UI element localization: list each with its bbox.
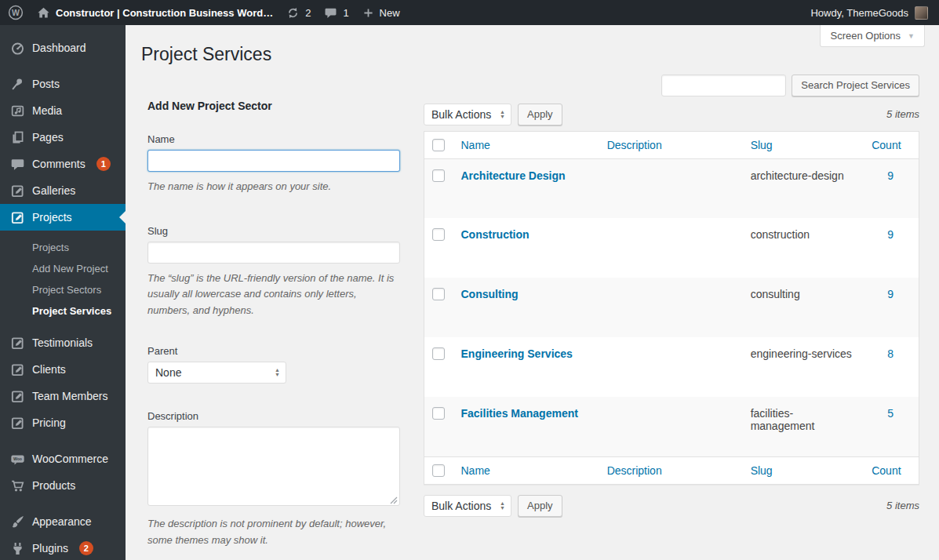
row-checkbox[interactable] — [432, 228, 445, 241]
sidebar-item-appearance[interactable]: Appearance — [0, 508, 126, 535]
row-checkbox[interactable] — [432, 169, 445, 182]
submenu-item-project-services[interactable]: Project Services — [0, 300, 126, 322]
column-header-name[interactable]: Name — [453, 131, 599, 158]
table-row: Construction construction 9 — [424, 218, 919, 278]
term-name-link[interactable]: Engineering Services — [461, 347, 573, 360]
column-header-slug[interactable]: Slug — [743, 131, 864, 158]
column-header-description[interactable]: Description — [599, 131, 743, 158]
term-name-link[interactable]: Consulting — [461, 288, 519, 300]
table-row: Facilities Management facilities-managem… — [424, 397, 919, 456]
new-content-button[interactable]: New — [362, 7, 400, 19]
comments-indicator[interactable]: 1 — [324, 6, 348, 20]
table-footer-row: Name Description Slug Count — [424, 456, 919, 484]
update-icon — [286, 6, 300, 20]
bulk-actions-select[interactable]: Bulk Actions ▲▼ — [424, 495, 511, 517]
account-menu[interactable]: Howdy, ThemeGoods — [810, 6, 928, 20]
screen-options-label: Screen Options — [830, 30, 901, 42]
plus-icon — [362, 7, 374, 19]
home-icon — [37, 6, 50, 20]
updates-indicator[interactable]: 2 — [286, 6, 311, 20]
sidebar-item-galleries[interactable]: Galleries — [0, 177, 126, 204]
row-checkbox[interactable] — [432, 407, 445, 420]
svg-text:W: W — [12, 8, 20, 17]
sidebar-item-products[interactable]: Products — [0, 472, 126, 499]
sidebar-item-dashboard[interactable]: Dashboard — [0, 35, 126, 61]
search-input[interactable] — [661, 75, 786, 96]
main-content: Screen Options ▼ Project Services Add Ne… — [126, 25, 939, 560]
term-count-link[interactable]: 8 — [887, 347, 911, 360]
edit-note-icon — [10, 184, 25, 198]
name-field[interactable] — [147, 150, 400, 172]
resize-handle[interactable] — [390, 496, 398, 504]
dashboard-icon — [10, 41, 25, 56]
wordpress-logo-icon: W — [8, 5, 24, 20]
term-slug: engineering-services — [743, 337, 864, 397]
admin-bar: W Constructor | Construction Business Wo… — [0, 0, 939, 25]
column-header-count[interactable]: Count — [864, 131, 919, 158]
sidebar-item-projects[interactable]: Projects — [0, 204, 126, 231]
term-count-link[interactable]: 9 — [887, 169, 911, 182]
paintbrush-icon — [10, 515, 25, 529]
add-term-form: Add New Project Sector Name The name is … — [141, 68, 400, 560]
submenu-item-add-new-project[interactable]: Add New Project — [0, 258, 126, 279]
admin-sidebar: Dashboard Posts Media Pages Comments 1 — [0, 25, 126, 560]
sidebar-item-woocommerce[interactable]: Woo WooCommerce — [0, 445, 126, 472]
submenu-item-projects[interactable]: Projects — [0, 237, 126, 258]
bulk-actions-select[interactable]: Bulk Actions ▲▼ — [424, 104, 511, 125]
sidebar-item-label: Galleries — [32, 184, 75, 197]
select-all-checkbox[interactable] — [432, 464, 445, 477]
sidebar-item-clients[interactable]: Clients — [0, 356, 126, 383]
sidebar-item-label: Pages — [32, 131, 64, 144]
row-checkbox[interactable] — [432, 347, 445, 360]
column-header-slug[interactable]: Slug — [743, 456, 864, 484]
term-name-link[interactable]: Construction — [461, 228, 530, 241]
select-all-checkbox[interactable] — [432, 139, 445, 151]
howdy-text: Howdy, ThemeGoods — [810, 7, 908, 19]
term-description — [599, 397, 743, 456]
term-name-link[interactable]: Architecture Design — [461, 169, 566, 182]
chevron-down-icon: ▼ — [908, 32, 915, 40]
apply-button[interactable]: Apply — [518, 104, 562, 125]
sidebar-item-comments[interactable]: Comments 1 — [0, 151, 126, 177]
new-label: New — [380, 7, 400, 19]
admin-menu: Dashboard Posts Media Pages Comments 1 — [0, 25, 126, 560]
page-title: Project Services — [141, 43, 919, 67]
term-name-link[interactable]: Facilities Management — [461, 407, 578, 420]
term-description — [599, 218, 743, 278]
slug-field[interactable] — [147, 242, 400, 264]
avatar — [915, 6, 928, 20]
project-services-table: Name Description Slug Count Architecture… — [424, 131, 919, 485]
column-header-name[interactable]: Name — [453, 456, 599, 484]
table-row: Architecture Design architecture-design … — [424, 158, 919, 218]
term-count-link[interactable]: 9 — [887, 228, 911, 241]
row-checkbox[interactable] — [432, 288, 445, 300]
term-count-link[interactable]: 9 — [887, 288, 911, 300]
cart-icon — [10, 478, 25, 493]
parent-select[interactable]: None ▲▼ — [147, 362, 286, 384]
sidebar-item-pages[interactable]: Pages — [0, 124, 126, 151]
submenu-item-project-sectors[interactable]: Project Sectors — [0, 279, 126, 300]
screen-options-button[interactable]: Screen Options ▼ — [820, 25, 925, 47]
term-count-link[interactable]: 5 — [887, 407, 911, 420]
edit-note-icon — [10, 336, 25, 351]
media-icon — [10, 104, 25, 118]
sidebar-item-label: WooCommerce — [32, 453, 108, 465]
apply-button[interactable]: Apply — [518, 495, 562, 517]
name-label: Name — [147, 133, 400, 145]
sidebar-item-testimonials[interactable]: Testimonials — [0, 329, 126, 356]
table-row: Consulting consulting 9 — [424, 278, 919, 337]
sidebar-item-posts[interactable]: Posts — [0, 71, 126, 97]
column-header-description[interactable]: Description — [599, 456, 743, 484]
wordpress-menu[interactable]: W — [8, 5, 24, 20]
sidebar-item-pricing[interactable]: Pricing — [0, 409, 126, 436]
sidebar-item-team-members[interactable]: Team Members — [0, 383, 126, 409]
column-header-count[interactable]: Count — [864, 456, 919, 484]
site-link[interactable]: Constructor | Construction Business Word… — [37, 6, 273, 20]
search-button[interactable]: Search Project Services — [792, 75, 919, 96]
pin-icon — [10, 77, 25, 92]
term-description — [599, 278, 743, 337]
edit-note-icon — [10, 416, 25, 431]
description-field[interactable] — [147, 427, 400, 506]
sidebar-item-media[interactable]: Media — [0, 97, 126, 124]
sidebar-item-plugins[interactable]: Plugins 2 — [0, 535, 126, 560]
